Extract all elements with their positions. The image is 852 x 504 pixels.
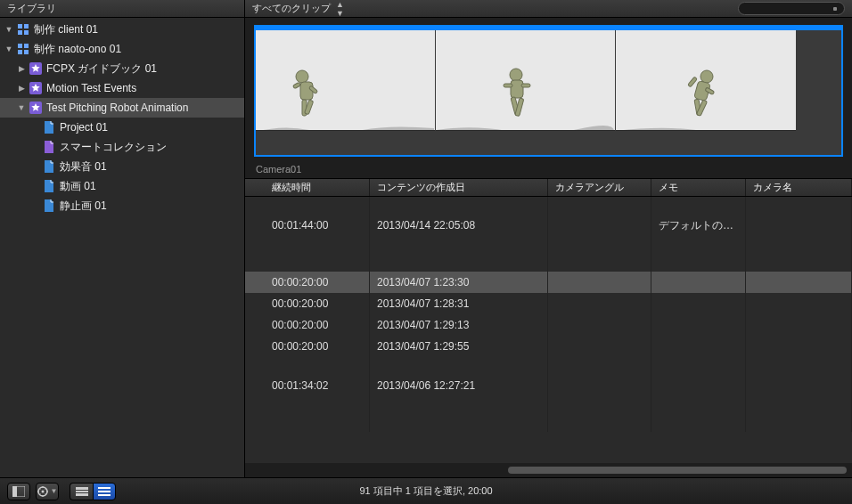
svg-rect-4 (18, 44, 22, 48)
svg-rect-7 (24, 50, 29, 54)
svg-rect-1 (24, 24, 29, 28)
clip-row[interactable]: 00:00:20:002013/04/07 1:28:31 (245, 293, 852, 314)
svg-rect-12 (300, 82, 313, 100)
keyword-icon (43, 159, 55, 174)
tree-item-01[interactable]: 静止画 01 (0, 196, 244, 215)
clip-filmstrip[interactable] (254, 25, 843, 157)
library-icon (16, 22, 30, 37)
svg-rect-18 (511, 80, 523, 98)
svg-point-23 (700, 70, 713, 83)
cell-memo: デフォルトの… (651, 215, 746, 236)
action-menu-button[interactable]: ▼ (36, 483, 59, 500)
col-camname[interactable]: カメラ名 (746, 179, 852, 196)
disclosure-triangle-icon[interactable]: ▶ (16, 64, 27, 73)
col-created[interactable]: コンテンツの作成日 (370, 179, 548, 196)
svg-rect-36 (98, 487, 111, 489)
tree-item-motion-test-events[interactable]: ▶Motion Test Events (0, 78, 244, 98)
tree-item-test-pitching-robot-animation[interactable]: ▼Test Pitching Robot Animation (0, 98, 244, 118)
filmstrip-view-button[interactable] (70, 483, 93, 500)
disclosure-triangle-icon[interactable]: ▼ (4, 45, 14, 53)
svg-rect-25 (688, 77, 698, 87)
tree-item-label: Motion Test Events (46, 82, 136, 94)
column-headers[interactable]: 継続時間 コンテンツの作成日 カメラアングル メモ カメラ名 (245, 178, 852, 197)
col-memo[interactable]: メモ (651, 179, 746, 196)
svg-rect-37 (98, 491, 111, 492)
cell-memo (651, 336, 746, 357)
col-angle[interactable]: カメラアングル (548, 179, 651, 196)
keyword-icon (43, 179, 55, 193)
cell-camname (746, 272, 852, 293)
footer-toolbar: ▼ 91 項目中 1 項目を選択, 20:00 (0, 477, 852, 504)
svg-rect-6 (18, 50, 22, 54)
list-gap (245, 414, 852, 432)
clip-list: 00:01:44:002013/04/14 22:05:08デフォルトの…00:… (245, 197, 852, 463)
col-duration[interactable]: 継続時間 (245, 179, 370, 196)
clip-filter-label: すべてのクリップ (252, 2, 331, 15)
clip-row[interactable]: 00:01:34:022013/04/06 12:27:21 (245, 375, 852, 396)
svg-rect-2 (18, 30, 22, 35)
cell-camname (746, 215, 852, 236)
cell-duration: 00:00:20:00 (245, 314, 370, 336)
library-icon (16, 42, 30, 56)
event-icon (29, 81, 43, 95)
list-gap (245, 396, 852, 414)
tree-item-client-01[interactable]: ▼制作 client 01 (0, 20, 244, 39)
cell-created: 2013/04/07 1:29:55 (370, 336, 548, 357)
svg-point-32 (41, 490, 44, 492)
event-icon (29, 61, 43, 76)
svg-rect-34 (76, 491, 88, 492)
svg-rect-38 (98, 494, 111, 496)
list-gap (245, 236, 852, 254)
cell-memo (651, 375, 746, 396)
tree-item-naoto-ono-01[interactable]: ▼制作 naoto-ono 01 (0, 39, 244, 59)
filmstrip-frame (436, 30, 616, 155)
svg-rect-30 (12, 486, 17, 497)
cell-angle (548, 272, 651, 293)
tree-item-[interactable]: スマートコレクション (0, 137, 244, 157)
svg-rect-13 (293, 82, 301, 88)
svg-point-11 (296, 70, 308, 83)
status-text: 91 項目中 1 項目を選択, 20:00 (359, 484, 492, 498)
disclosure-triangle-icon[interactable]: ▼ (16, 103, 27, 112)
cell-camname (746, 375, 852, 396)
clip-filter-dropdown[interactable]: すべてのクリップ ▲▼ (252, 0, 344, 18)
tree-item-fcpx-01[interactable]: ▶FCPX ガイドブック 01 (0, 59, 244, 78)
clip-row[interactable]: 00:00:20:002013/04/07 1:29:13 (245, 314, 852, 336)
clip-row[interactable]: 00:00:20:002013/04/07 1:29:55 (245, 336, 852, 357)
cell-angle (548, 314, 651, 336)
event-icon (29, 101, 43, 115)
cell-duration: 00:00:20:00 (245, 336, 370, 357)
clip-row[interactable]: 00:00:20:002013/04/07 1:23:30 (245, 272, 852, 293)
tree-item-label: 制作 naoto-ono 01 (34, 42, 121, 57)
horizontal-scrollbar[interactable] (245, 463, 852, 477)
svg-rect-20 (521, 84, 530, 87)
list-gap (245, 254, 852, 272)
filmstrip-frame (616, 30, 796, 155)
tree-item-label: FCPX ガイドブック 01 (46, 61, 157, 77)
sidebar-title: ライブラリ (0, 0, 244, 18)
tree-item-01[interactable]: 効果音 01 (0, 157, 244, 176)
cell-memo (651, 272, 746, 293)
tree-item-label: 動画 01 (60, 179, 96, 194)
filmstrip-frame (256, 30, 436, 155)
disclosure-triangle-icon[interactable]: ▼ (4, 25, 14, 34)
list-view-button[interactable] (93, 483, 116, 500)
search-input[interactable] (738, 2, 845, 15)
project-icon (43, 120, 55, 134)
filmstrip-area (245, 18, 852, 160)
svg-rect-35 (76, 493, 88, 496)
clip-row[interactable]: 00:01:44:002013/04/14 22:05:08デフォルトの… (245, 215, 852, 236)
list-gap (245, 197, 852, 215)
cell-duration: 00:01:44:00 (245, 215, 370, 236)
toggle-sidebar-button[interactable] (7, 483, 30, 500)
tree-item-01[interactable]: 動画 01 (0, 176, 244, 196)
tree-item-project-01[interactable]: Project 01 (0, 118, 244, 137)
disclosure-triangle-icon[interactable]: ▶ (16, 84, 27, 93)
selected-clip-name: Camera01 (245, 160, 852, 178)
cell-angle (548, 336, 651, 357)
tree-item-label: 効果音 01 (60, 159, 107, 175)
smart-collection-icon (43, 140, 55, 154)
cell-memo (651, 293, 746, 314)
svg-rect-33 (76, 487, 88, 490)
cell-angle (548, 375, 651, 396)
